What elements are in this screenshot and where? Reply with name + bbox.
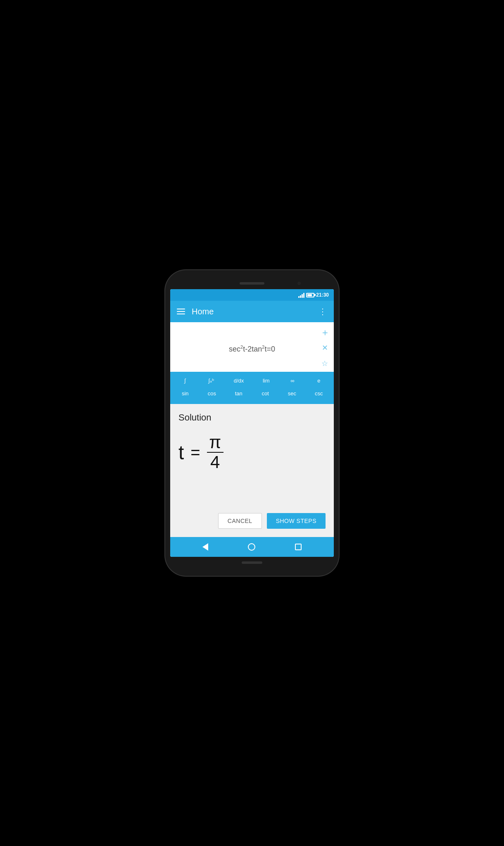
app-title: Home	[192, 307, 312, 316]
solution-variable: t	[178, 441, 184, 464]
key-e[interactable]: e	[311, 375, 326, 386]
signal-bar-4	[303, 293, 304, 298]
home-icon	[248, 543, 255, 551]
hamburger-menu-icon[interactable]	[177, 309, 185, 314]
key-integral[interactable]: ∫	[178, 375, 193, 386]
equation-area: ✕ ✕ ☆ sec2t-2tan2t=0	[170, 322, 334, 372]
key-sec[interactable]: sec	[285, 388, 300, 399]
scissors-icon[interactable]: ✕	[320, 328, 330, 337]
recents-icon	[295, 544, 302, 550]
keyboard-row-2: sin cos tan cot sec csc	[172, 388, 332, 399]
key-csc[interactable]: csc	[311, 388, 326, 399]
solution-math: t = π 4	[178, 430, 326, 475]
back-icon	[202, 543, 208, 551]
phone-bottom-bar	[170, 557, 334, 568]
app-bar: Home ⋮	[170, 301, 334, 322]
key-sin[interactable]: sin	[178, 388, 193, 399]
status-time: 21:30	[316, 292, 329, 298]
star-icon[interactable]: ☆	[321, 359, 328, 368]
equation-display[interactable]: sec2t-2tan2t=0	[177, 340, 327, 358]
fraction-denominator: 4	[210, 454, 220, 471]
cancel-button[interactable]: Cancel	[218, 513, 262, 529]
recents-button[interactable]	[295, 544, 302, 550]
key-definite-integral[interactable]: ∫ₐᵇ	[204, 375, 219, 386]
solution-buttons: Cancel Show steps	[178, 513, 326, 530]
solution-equals: =	[190, 443, 200, 462]
bottom-button	[242, 561, 262, 564]
solution-fraction: π 4	[207, 434, 223, 471]
key-infinity[interactable]: ∞	[285, 375, 300, 386]
speaker	[240, 282, 264, 285]
status-bar: 21:30	[170, 289, 334, 301]
side-icons: ✕ ✕ ☆	[321, 329, 328, 368]
key-cot[interactable]: cot	[258, 388, 273, 399]
signal-bar-1	[298, 296, 300, 298]
content-area: ✕ ✕ ☆ sec2t-2tan2t=0 ∫ ∫ₐᵇ d/dx lim ∞ e	[170, 322, 334, 537]
battery-fill	[307, 294, 312, 296]
signal-bar-2	[300, 295, 301, 298]
solution-title: Solution	[178, 412, 326, 423]
phone-screen: 21:30 Home ⋮ ✕ ✕ ☆ sec2t-2	[170, 289, 334, 557]
phone-top-bar	[170, 278, 334, 289]
show-steps-button[interactable]: Show steps	[267, 513, 326, 529]
more-options-icon[interactable]: ⋮	[319, 307, 327, 316]
key-tan[interactable]: tan	[231, 388, 246, 399]
fraction-numerator: π	[209, 434, 221, 451]
home-button[interactable]	[248, 543, 255, 551]
status-icons: 21:30	[298, 292, 329, 298]
signal-bar-3	[302, 294, 303, 298]
hamburger-line-3	[177, 314, 185, 314]
close-icon[interactable]: ✕	[322, 343, 328, 352]
key-derivative[interactable]: d/dx	[231, 375, 247, 386]
phone-shell: 21:30 Home ⋮ ✕ ✕ ☆ sec2t-2	[165, 270, 339, 576]
keyboard-row-1: ∫ ∫ₐᵇ d/dx lim ∞ e	[172, 375, 332, 386]
battery-icon	[306, 293, 314, 297]
camera-dot	[297, 282, 301, 285]
solution-panel: Solution t = π 4 Cancel Show steps	[170, 404, 334, 537]
keyboard-area: ∫ ∫ₐᵇ d/dx lim ∞ e sin cos tan cot sec c…	[170, 372, 334, 404]
key-limit[interactable]: lim	[259, 375, 273, 386]
back-button[interactable]	[202, 543, 208, 551]
hamburger-line-1	[177, 309, 185, 309]
signal-bars-icon	[298, 292, 304, 298]
nav-bar	[170, 537, 334, 557]
key-cos[interactable]: cos	[204, 388, 219, 399]
hamburger-line-2	[177, 311, 185, 312]
